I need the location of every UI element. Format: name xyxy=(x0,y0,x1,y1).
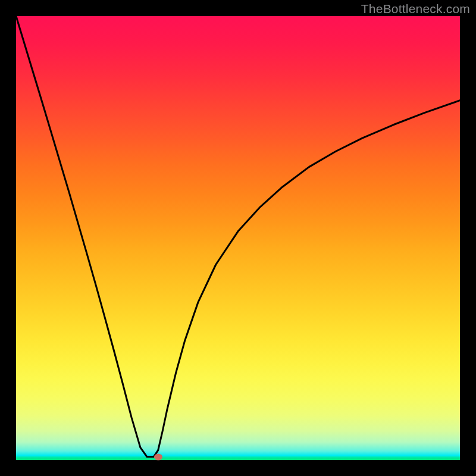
bottleneck-curve xyxy=(16,16,460,457)
watermark-text: TheBottleneck.com xyxy=(361,2,470,16)
chart-stage: TheBottleneck.com xyxy=(0,0,476,476)
optimal-point-marker xyxy=(154,453,162,460)
curve-svg xyxy=(16,16,460,460)
plot-area xyxy=(16,16,460,460)
